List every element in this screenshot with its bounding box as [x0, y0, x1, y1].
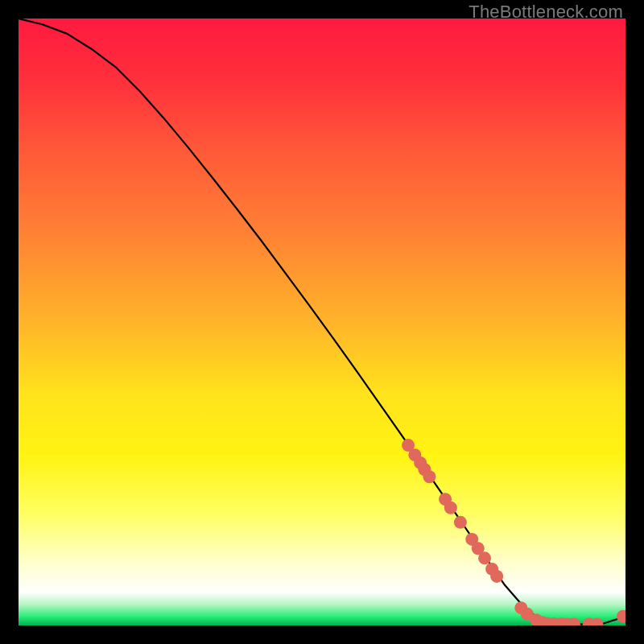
data-point [478, 551, 491, 564]
data-point [454, 516, 467, 529]
data-point [490, 570, 503, 583]
watermark-label: TheBottleneck.com [469, 2, 623, 23]
chart-frame [19, 19, 625, 625]
chart-plot [19, 19, 625, 625]
data-point [444, 502, 457, 514]
data-point [423, 470, 436, 483]
